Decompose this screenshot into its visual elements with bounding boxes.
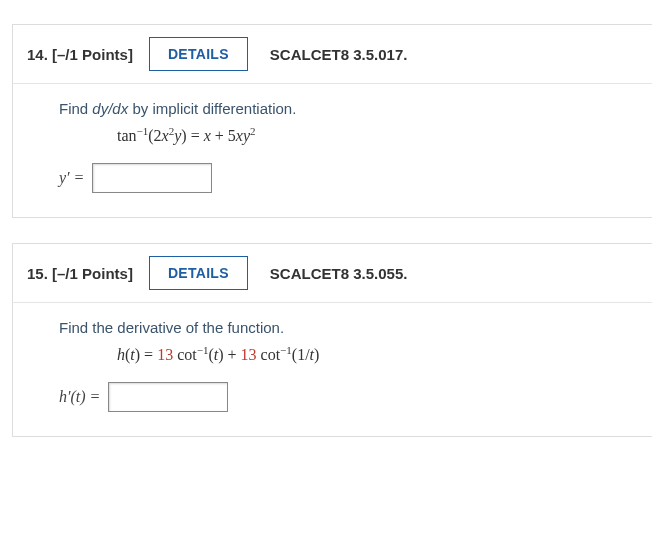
prompt-prefix: Find xyxy=(59,100,92,117)
prompt-suffix: by implicit differentiation. xyxy=(128,100,296,117)
answer-label: y′ = xyxy=(59,169,84,187)
problem-formula: h(t) = 13 cot−1(t) + 13 cot−1(1/t) xyxy=(117,346,642,364)
problem-number: 15. xyxy=(27,265,48,282)
answer-label: h′(t) = xyxy=(59,388,100,406)
problem-points: [–/1 Points] xyxy=(52,265,133,282)
problem-prompt: Find the derivative of the function. xyxy=(59,319,642,336)
problem-body: Find the derivative of the function. h(t… xyxy=(13,303,652,436)
problem-14: 14. [–/1 Points] DETAILS SCALCET8 3.5.01… xyxy=(12,24,652,218)
problem-number-points: 15. [–/1 Points] xyxy=(27,265,133,282)
problem-header: 14. [–/1 Points] DETAILS SCALCET8 3.5.01… xyxy=(13,25,652,84)
problem-source: SCALCET8 3.5.055. xyxy=(270,265,408,282)
prompt-em: dy/dx xyxy=(92,100,128,117)
problem-body: Find dy/dx by implicit differentiation. … xyxy=(13,84,652,217)
problem-15: 15. [–/1 Points] DETAILS SCALCET8 3.5.05… xyxy=(12,243,652,437)
answer-row: h′(t) = xyxy=(59,382,642,412)
problem-number-points: 14. [–/1 Points] xyxy=(27,46,133,63)
problem-prompt: Find dy/dx by implicit differentiation. xyxy=(59,100,642,117)
answer-row: y′ = xyxy=(59,163,642,193)
problem-number: 14. xyxy=(27,46,48,63)
problem-points: [–/1 Points] xyxy=(52,46,133,63)
details-button[interactable]: DETAILS xyxy=(149,37,248,71)
problem-source: SCALCET8 3.5.017. xyxy=(270,46,408,63)
prompt-prefix: Find the derivative of the function. xyxy=(59,319,284,336)
answer-input[interactable] xyxy=(108,382,228,412)
problem-formula: tan−1(2x2y) = x + 5xy2 xyxy=(117,127,642,145)
details-button[interactable]: DETAILS xyxy=(149,256,248,290)
problem-header: 15. [–/1 Points] DETAILS SCALCET8 3.5.05… xyxy=(13,244,652,303)
answer-input[interactable] xyxy=(92,163,212,193)
